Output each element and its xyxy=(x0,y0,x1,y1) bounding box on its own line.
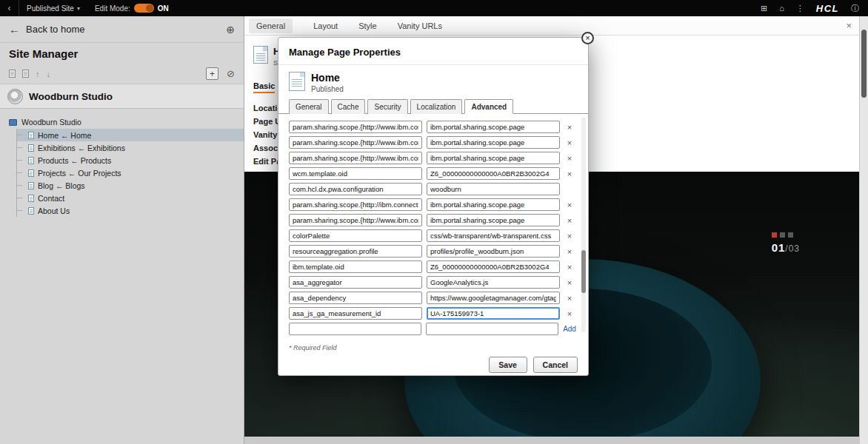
tree-root-item[interactable]: Woodburn Studio xyxy=(6,115,244,129)
param-value-input[interactable] xyxy=(427,198,560,211)
remove-param-icon[interactable]: × xyxy=(564,232,575,240)
modal-tab[interactable]: Security xyxy=(367,99,407,114)
main-tab[interactable]: Style xyxy=(358,21,376,30)
tree-item[interactable]: About Us xyxy=(17,204,244,217)
site-selector-dropdown[interactable]: Published Site ▾ xyxy=(27,4,80,13)
page-icon xyxy=(28,182,34,189)
edit-mode-toggle[interactable] xyxy=(134,4,154,13)
site-icon xyxy=(9,119,17,126)
new-param-key-input[interactable] xyxy=(289,323,421,335)
param-value-input[interactable] xyxy=(427,167,560,180)
page-icon xyxy=(28,195,34,202)
tree-item[interactable]: Contact xyxy=(17,192,244,204)
remove-param-icon[interactable]: × xyxy=(564,154,575,163)
save-button[interactable]: Save xyxy=(489,357,527,373)
carousel-square[interactable] xyxy=(780,232,785,238)
remove-param-icon[interactable]: × xyxy=(564,247,575,256)
window-scrollbar-thumb[interactable] xyxy=(861,30,867,98)
copy-page-icon[interactable] xyxy=(22,70,29,78)
site-brand-row[interactable]: Woodburn Studio xyxy=(0,84,244,109)
add-page-button[interactable]: + xyxy=(206,67,218,80)
param-key-input[interactable] xyxy=(289,167,422,180)
param-value-input[interactable] xyxy=(427,292,560,304)
param-row: × xyxy=(289,167,578,180)
remove-param-icon[interactable]: × xyxy=(564,263,575,272)
remove-param-icon[interactable]: × xyxy=(564,278,575,287)
remove-param-icon[interactable]: × xyxy=(564,123,575,132)
remove-param-icon[interactable]: × xyxy=(564,138,575,147)
param-value-input[interactable] xyxy=(427,136,560,149)
main-tab[interactable]: General xyxy=(249,18,293,33)
param-key-input[interactable] xyxy=(289,136,422,149)
carousel-square[interactable] xyxy=(772,232,777,238)
param-key-input[interactable] xyxy=(289,198,422,211)
remove-param-icon[interactable]: × xyxy=(564,169,575,178)
param-value-input[interactable] xyxy=(427,307,560,320)
remove-param-icon[interactable]: × xyxy=(564,294,575,303)
param-key-input[interactable] xyxy=(289,292,422,304)
param-key-input[interactable] xyxy=(289,245,422,258)
new-param-value-input[interactable] xyxy=(426,323,558,335)
move-down-icon[interactable]: ↓ xyxy=(47,70,51,78)
param-value-input[interactable] xyxy=(427,183,560,195)
param-key-input[interactable] xyxy=(289,307,422,320)
param-value-input[interactable] xyxy=(427,214,560,226)
remove-param-icon[interactable]: × xyxy=(564,201,575,209)
back-button[interactable]: ‹ xyxy=(0,0,19,16)
param-key-input[interactable] xyxy=(289,276,422,289)
subtab[interactable]: Basic xyxy=(253,81,275,93)
restrict-icon[interactable]: ⊘ xyxy=(227,68,235,79)
panel-grid-icon[interactable]: ⊞ xyxy=(761,4,767,13)
carousel-square[interactable] xyxy=(788,232,793,238)
window-scrollbar[interactable] xyxy=(859,16,868,444)
cancel-button[interactable]: Cancel xyxy=(533,357,578,373)
tree-item[interactable]: Home ← Home xyxy=(17,129,244,141)
param-value-input[interactable] xyxy=(427,276,560,289)
add-param-link[interactable]: Add xyxy=(563,325,578,333)
edit-mode-label: Edit Mode: xyxy=(95,4,130,13)
modal-close-icon[interactable]: × xyxy=(581,32,594,44)
expand-plus-circle-icon[interactable]: ⊕ xyxy=(226,24,235,36)
param-value-input[interactable] xyxy=(427,245,560,258)
tree-item[interactable]: Products ← Products xyxy=(17,154,244,166)
sidebar-toolbar: ↑ ↓ + ⊘ xyxy=(0,64,244,84)
move-up-icon[interactable]: ↑ xyxy=(36,70,40,78)
modal-tab[interactable]: Localization xyxy=(410,99,463,114)
bottom-strip xyxy=(244,437,859,444)
kebab-menu-icon[interactable]: ⋮ xyxy=(796,4,804,13)
param-key-input[interactable] xyxy=(289,260,422,273)
back-to-home-link[interactable]: ← Back to home ⊕ xyxy=(0,16,244,43)
tree-item-label: Home ← Home xyxy=(38,131,91,140)
panel-close-icon[interactable]: × xyxy=(846,20,852,31)
info-icon[interactable]: ⓘ xyxy=(851,3,859,14)
tree-item[interactable]: Projects ← Our Projects xyxy=(17,166,244,179)
modal-tab[interactable]: General xyxy=(289,99,329,114)
param-row: × xyxy=(289,136,578,149)
modal-tab[interactable]: Cache xyxy=(331,99,366,114)
tree-item-label: Contact xyxy=(38,194,64,203)
param-value-input[interactable] xyxy=(427,152,560,164)
param-key-input[interactable] xyxy=(289,121,422,133)
remove-param-icon[interactable]: × xyxy=(564,309,575,318)
modal-scrollbar[interactable] xyxy=(581,117,586,332)
main-tab[interactable]: Layout xyxy=(313,21,338,30)
param-key-input[interactable] xyxy=(289,152,422,164)
param-key-input[interactable] xyxy=(289,229,422,242)
main-tab[interactable]: Vanity URLs xyxy=(398,21,442,30)
home-icon[interactable]: ⌂ xyxy=(779,4,784,13)
modal-tab[interactable]: Advanced xyxy=(464,99,513,114)
param-value-input[interactable] xyxy=(427,229,560,242)
tree-item[interactable]: Exhibitions ← Exhibitions xyxy=(17,141,244,154)
param-key-input[interactable] xyxy=(289,214,422,226)
top-bar: ‹ Published Site ▾ Edit Mode: ON ⊞ ⌂ ⋮ H… xyxy=(0,0,868,16)
new-page-icon[interactable] xyxy=(9,70,16,78)
modal-page-header: Home Published xyxy=(278,65,588,96)
param-key-input[interactable] xyxy=(289,183,422,195)
param-value-input[interactable] xyxy=(427,260,560,273)
param-value-input[interactable] xyxy=(427,121,560,133)
remove-param-icon[interactable]: × xyxy=(564,216,575,225)
slide-counter: 01/03 xyxy=(772,241,800,254)
modal-scrollbar-thumb[interactable] xyxy=(581,250,586,293)
tree-item[interactable]: Blog ← Blogs xyxy=(17,179,244,192)
param-row: × xyxy=(289,307,578,320)
